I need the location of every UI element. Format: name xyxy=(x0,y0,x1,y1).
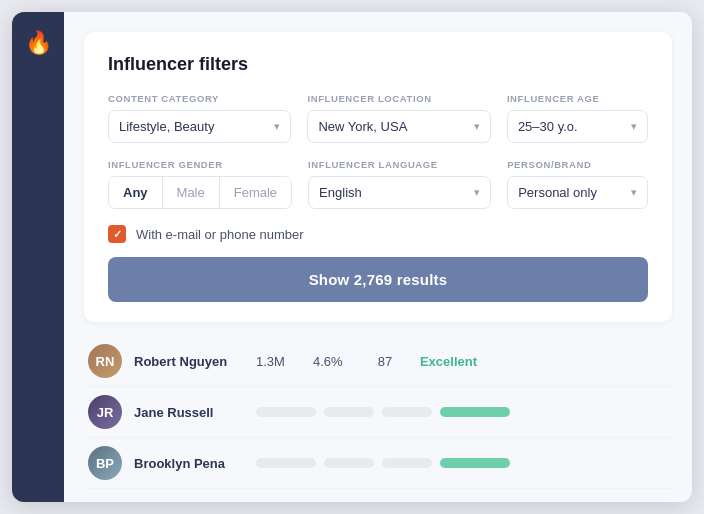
influencer-age-value: 25–30 y.o. xyxy=(518,119,578,134)
checkbox-row: ✓ With e-mail or phone number xyxy=(108,225,648,243)
influencer-age-label: INFLUENCER AGE xyxy=(507,93,648,104)
influencer-language-select[interactable]: English ▾ xyxy=(308,176,491,209)
content-category-chevron-icon: ▾ xyxy=(274,120,280,133)
skeleton-bar xyxy=(256,458,316,468)
table-row: BP Brooklyn Pena xyxy=(84,438,672,489)
gender-any-button[interactable]: Any xyxy=(109,177,163,208)
gender-toggle: Any Male Female xyxy=(108,176,292,209)
influencer-location-chevron-icon: ▾ xyxy=(474,120,480,133)
influencer-age-select[interactable]: 25–30 y.o. ▾ xyxy=(507,110,648,143)
person-brand-group: PERSON/BRAND Personal only ▾ xyxy=(507,159,648,209)
result-engagement: 4.6% xyxy=(313,354,358,369)
result-name: Jane Russell xyxy=(134,405,244,420)
influencer-location-label: INFLUENCER LOCATION xyxy=(307,93,490,104)
person-brand-label: PERSON/BRAND xyxy=(507,159,648,170)
content-category-label: CONTENT CATEGORY xyxy=(108,93,291,104)
influencer-age-group: INFLUENCER AGE 25–30 y.o. ▾ xyxy=(507,93,648,143)
skeleton-bar xyxy=(382,407,432,417)
filters-panel: Influencer filters CONTENT CATEGORY Life… xyxy=(84,32,672,322)
influencer-language-chevron-icon: ▾ xyxy=(474,186,480,199)
email-phone-label: With e-mail or phone number xyxy=(136,227,304,242)
checkmark-icon: ✓ xyxy=(113,228,122,241)
skeleton-bar xyxy=(382,458,432,468)
results-list: RN Robert Nguyen 1.3M 4.6% 87 Excellent … xyxy=(84,336,672,502)
avatar: JR xyxy=(88,395,122,429)
content-category-group: CONTENT CATEGORY Lifestyle, Beauty ▾ xyxy=(108,93,291,143)
content-category-value: Lifestyle, Beauty xyxy=(119,119,214,134)
main-content: Influencer filters CONTENT CATEGORY Life… xyxy=(64,12,692,502)
flame-icon: 🔥 xyxy=(25,30,52,56)
skeleton-bar xyxy=(324,458,374,468)
skeleton-bar-green xyxy=(440,458,510,468)
avatar: BP xyxy=(88,446,122,480)
result-name: Brooklyn Pena xyxy=(134,456,244,471)
influencer-age-chevron-icon: ▾ xyxy=(631,120,637,133)
filter-row-1: CONTENT CATEGORY Lifestyle, Beauty ▾ INF… xyxy=(108,93,648,143)
influencer-location-group: INFLUENCER LOCATION New York, USA ▾ xyxy=(307,93,490,143)
result-name: Robert Nguyen xyxy=(134,354,244,369)
influencer-location-select[interactable]: New York, USA ▾ xyxy=(307,110,490,143)
result-rating: Excellent xyxy=(412,354,477,369)
person-brand-select[interactable]: Personal only ▾ xyxy=(507,176,648,209)
email-phone-checkbox[interactable]: ✓ xyxy=(108,225,126,243)
show-results-button[interactable]: Show 2,769 results xyxy=(108,257,648,302)
skeleton-bar xyxy=(256,407,316,417)
gender-male-button[interactable]: Male xyxy=(163,177,220,208)
result-score: 87 xyxy=(370,354,400,369)
avatar: RN xyxy=(88,344,122,378)
content-category-select[interactable]: Lifestyle, Beauty ▾ xyxy=(108,110,291,143)
app-container: 🔥 Influencer filters CONTENT CATEGORY Li… xyxy=(12,12,692,502)
influencer-language-group: INFLUENCER LANGUAGE English ▾ xyxy=(308,159,491,209)
filter-row-2: INFLUENCER GENDER Any Male Female INFLUE… xyxy=(108,159,648,209)
result-followers: 1.3M xyxy=(256,354,301,369)
person-brand-value: Personal only xyxy=(518,185,597,200)
influencer-gender-group: INFLUENCER GENDER Any Male Female xyxy=(108,159,292,209)
gender-female-button[interactable]: Female xyxy=(220,177,291,208)
sidebar: 🔥 xyxy=(12,12,64,502)
skeleton-bar xyxy=(324,407,374,417)
influencer-language-label: INFLUENCER LANGUAGE xyxy=(308,159,491,170)
skeleton-bar-green xyxy=(440,407,510,417)
influencer-gender-label: INFLUENCER GENDER xyxy=(108,159,292,170)
influencer-location-value: New York, USA xyxy=(318,119,407,134)
person-brand-chevron-icon: ▾ xyxy=(631,186,637,199)
table-row: RN Robert Nguyen 1.3M 4.6% 87 Excellent xyxy=(84,336,672,387)
table-row: JR Jane Russell xyxy=(84,387,672,438)
influencer-language-value: English xyxy=(319,185,362,200)
panel-title: Influencer filters xyxy=(108,54,648,75)
